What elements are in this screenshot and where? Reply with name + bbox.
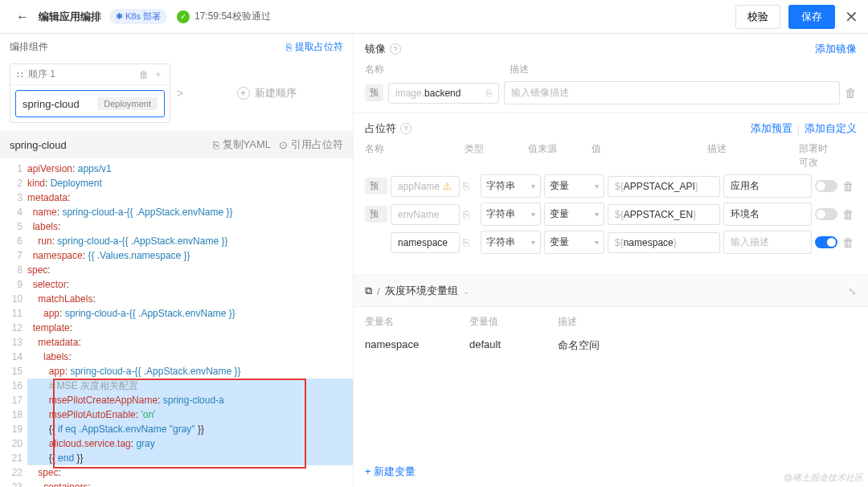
help-icon[interactable]: ? [400,123,411,134]
type-select[interactable]: 字符串▾ [481,231,541,254]
extract-placeholder-link[interactable]: ⎘ 提取占位符 [286,40,343,54]
copy-icon[interactable]: ⎘ [486,88,492,99]
collapse-icon[interactable]: ⤡ [848,285,857,297]
add-in-seq-icon[interactable]: ＋ [154,68,163,81]
placeholder-name-input[interactable]: appName⚠ [391,176,460,197]
yaml-title: spring-cloud [10,139,67,151]
copy-yaml-link[interactable]: ⎘ 复制YAML [213,137,271,152]
plus-icon: + [237,87,250,100]
desc-input[interactable]: 环境名 [723,203,812,226]
source-select[interactable]: 变量▾ [544,231,604,254]
copy-icon[interactable]: ⎘ [463,180,477,192]
orch-label: 编排组件 [10,40,48,54]
app-name: spring-cloud [23,98,80,110]
ref-placeholder-link[interactable]: ⊙ 引用占位符 [279,137,343,152]
var-row: namespace default 命名空间 [365,338,857,353]
type-select[interactable]: 字符串▾ [481,203,541,226]
warning-icon: ⚠ [443,181,452,192]
new-sequence-button[interactable]: + 新建顺序 [190,86,343,100]
placeholder-name-input[interactable]: namespace [391,232,460,253]
add-preset-link[interactable]: 添加预置 [751,121,792,136]
k8s-tag: ✱K8s 部署 [109,9,167,24]
copy-icon[interactable]: ⎘ [463,208,477,220]
preset-tag: 预 [365,84,383,101]
deploy-tag: Deployment [97,97,158,110]
placeholder-name-input[interactable]: envName [391,204,460,225]
delete-image-icon[interactable]: 🗑 [845,86,857,100]
gray-panel-title: 灰度环境变量组 [385,284,458,298]
runtime-toggle[interactable] [815,236,837,248]
type-select[interactable]: 字符串▾ [481,174,541,198]
delete-row-icon[interactable]: 🗑 [842,207,857,221]
source-select[interactable]: 变量▾ [544,203,604,226]
desc-input[interactable]: 输入描述 [723,231,812,254]
chevron-down-icon[interactable]: ⌄ [463,287,469,296]
value-input[interactable]: ${ namespace } [608,232,720,253]
help-icon[interactable]: ? [390,43,401,55]
add-image-link[interactable]: 添加镜像 [815,42,857,56]
image-desc-input[interactable]: 输入镜像描述 [504,81,840,104]
delete-row-icon[interactable]: 🗑 [842,179,857,193]
arrow-right-icon: > [170,87,190,100]
runtime-toggle[interactable] [815,180,837,192]
preset-tag: 预 [365,178,387,194]
runtime-toggle[interactable] [815,208,837,220]
placeholder-row: namespace⎘字符串▾变量▾${ namespace }输入描述🗑 [365,231,857,254]
delete-seq-icon[interactable]: 🗑 [139,69,149,80]
placeholder-row: 预appName⚠⎘字符串▾变量▾${ APPSTACK_API }应用名🗑 [365,174,857,198]
image-section-title: 镜像 [365,42,386,56]
placeholder-section-title: 占位符 [365,121,396,136]
source-select[interactable]: 变量▾ [544,174,604,198]
sequence-label: 顺序 1 [28,68,55,81]
env-group-icon: ⧉ [365,284,372,297]
add-custom-link[interactable]: 添加自定义 [805,121,857,136]
value-input[interactable]: ${ APPSTACK_API } [608,176,720,197]
watermark: @稀土掘金技术社区 [784,472,863,484]
desc-input[interactable]: 应用名 [723,174,812,198]
page-title: 编辑应用编排 [39,10,101,24]
check-icon: ✓ [177,10,190,23]
save-button[interactable]: 保存 [788,5,835,29]
image-name-field[interactable]: backend [424,88,461,99]
app-card[interactable]: spring-cloud Deployment [15,90,165,117]
back-icon[interactable]: ← [10,10,35,24]
close-icon[interactable]: ✕ [845,7,858,27]
validate-status: ✓17:59:54校验通过 [177,10,271,23]
validate-button[interactable]: 校验 [735,5,780,29]
placeholder-row: 预envName⎘字符串▾变量▾${ APPSTACK_EN }环境名🗑 [365,203,857,226]
delete-row-icon[interactable]: 🗑 [842,235,857,249]
copy-icon[interactable]: ⎘ [463,236,477,248]
value-input[interactable]: ${ APPSTACK_EN } [608,204,720,225]
yaml-editor[interactable]: 1234567891011121314151617181920212223242… [0,158,353,487]
preset-tag: 预 [365,206,387,223]
